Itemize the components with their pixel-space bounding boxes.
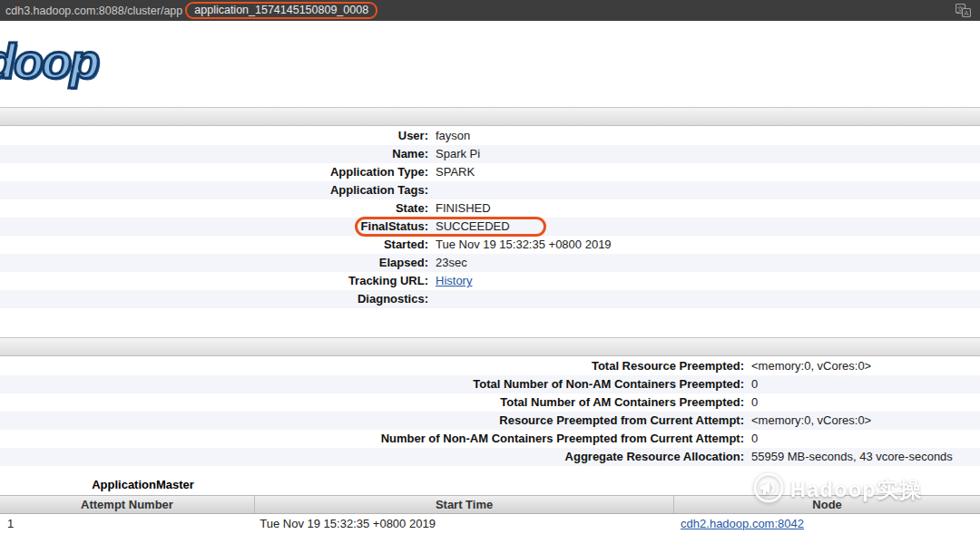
attempts-table-title: ApplicationMaster (0, 475, 286, 495)
metric-value: 0 (751, 430, 758, 448)
translate-icon[interactable]: 文 A (956, 4, 971, 17)
info-label: Tracking URL: (0, 272, 436, 290)
info-value: SUCCEEDED (436, 218, 510, 236)
info-label: FinalStatus: (0, 218, 436, 236)
info-value: 23sec (436, 254, 467, 272)
info-value: SPARK (436, 163, 475, 181)
url-text[interactable]: cdh3.hadoop.com:8088/cluster/app (5, 5, 182, 17)
metric-label: Aggregate Resource Allocation: (0, 448, 751, 466)
section-header-application-metrics (0, 337, 980, 356)
tracking-url-history-link[interactable]: History (436, 272, 472, 290)
info-row-application-tags: Application Tags: (0, 181, 980, 199)
metric-label: Number of Non-AM Containers Preempted fr… (0, 430, 751, 448)
application-metrics-table: Total Resource Preempted: <memory:0, vCo… (0, 357, 980, 466)
info-row-finalstatus: FinalStatus: SUCCEEDED (0, 218, 980, 236)
metric-value: 0 (751, 393, 758, 412)
application-master-attempts-table: ApplicationMaster Attempt Number Start T… (0, 475, 980, 533)
section-header-application-overview (0, 107, 980, 126)
info-row-started: Started: Tue Nov 19 15:32:35 +0800 2019 (0, 236, 980, 254)
attempt-row: 1 Tue Nov 19 15:32:35 +0800 2019 cdh2.ha… (0, 514, 980, 533)
url-application-id-annotated[interactable]: application_1574145150809_0008 (185, 2, 377, 19)
metric-row-nonam-preempted-current-attempt: Number of Non-AM Containers Preempted fr… (0, 430, 980, 448)
application-overview-table: User: fayson Name: Spark Pi Application … (0, 127, 980, 308)
info-label: Application Tags: (0, 181, 436, 199)
attempt-start-time-cell: Tue Nov 19 15:32:35 +0800 2019 (254, 514, 673, 533)
metric-row-resource-preempted-current-attempt: Resource Preempted from Current Attempt:… (0, 412, 980, 430)
metric-value: <memory:0, vCores:0> (751, 412, 871, 430)
metric-label: Total Resource Preempted: (0, 357, 751, 375)
info-label: User: (0, 127, 436, 145)
hadoop-logo: doop (0, 31, 118, 96)
metric-row-nonam-containers-preempted: Total Number of Non-AM Containers Preemp… (0, 375, 980, 393)
metric-row-total-resource-preempted: Total Resource Preempted: <memory:0, vCo… (0, 357, 980, 375)
column-header-attempt-number[interactable]: Attempt Number (0, 496, 254, 513)
hadoop-logo-text: doop (0, 31, 98, 91)
metric-label: Total Number of AM Containers Preempted: (0, 393, 751, 412)
info-label: Name: (0, 145, 436, 163)
info-row-application-type: Application Type: SPARK (0, 163, 980, 181)
attempt-node-link[interactable]: cdh2.hadoop.com:8042 (681, 517, 804, 530)
browser-address-bar[interactable]: cdh3.hadoop.com:8088/cluster/app applica… (0, 0, 980, 21)
info-row-diagnostics: Diagnostics: (0, 290, 980, 308)
column-header-start-time[interactable]: Start Time (254, 496, 673, 513)
info-row-elapsed: Elapsed: 23sec (0, 254, 980, 272)
metric-value: 0 (751, 375, 758, 393)
info-row-tracking-url: Tracking URL: History (0, 272, 980, 290)
info-label: Diagnostics: (0, 290, 436, 308)
column-header-node[interactable]: Node (673, 496, 980, 513)
metric-value: <memory:0, vCores:0> (751, 357, 871, 375)
info-value: FINISHED (436, 199, 491, 218)
info-label: Started: (0, 236, 436, 254)
metric-value: 55959 MB-seconds, 43 vcore-seconds (751, 448, 953, 466)
info-row-state: State: FINISHED (0, 199, 980, 218)
info-label: Elapsed: (0, 254, 436, 272)
info-value: fayson (436, 127, 470, 145)
info-label: Application Type: (0, 163, 436, 181)
metric-label: Resource Preempted from Current Attempt: (0, 412, 751, 430)
info-label: State: (0, 199, 436, 218)
info-value: Tue Nov 19 15:32:35 +0800 2019 (436, 236, 612, 254)
info-value: Spark Pi (436, 145, 480, 163)
metric-label: Total Number of Non-AM Containers Preemp… (0, 375, 751, 393)
attempts-table-header: Attempt Number Start Time Node (0, 495, 980, 514)
metric-row-am-containers-preempted: Total Number of AM Containers Preempted:… (0, 393, 980, 412)
metric-row-aggregate-resource-allocation: Aggregate Resource Allocation: 55959 MB-… (0, 448, 980, 466)
info-row-name: Name: Spark Pi (0, 145, 980, 163)
attempt-number-cell: 1 (0, 514, 254, 533)
svg-text:A: A (964, 9, 969, 17)
info-row-user: User: fayson (0, 127, 980, 145)
